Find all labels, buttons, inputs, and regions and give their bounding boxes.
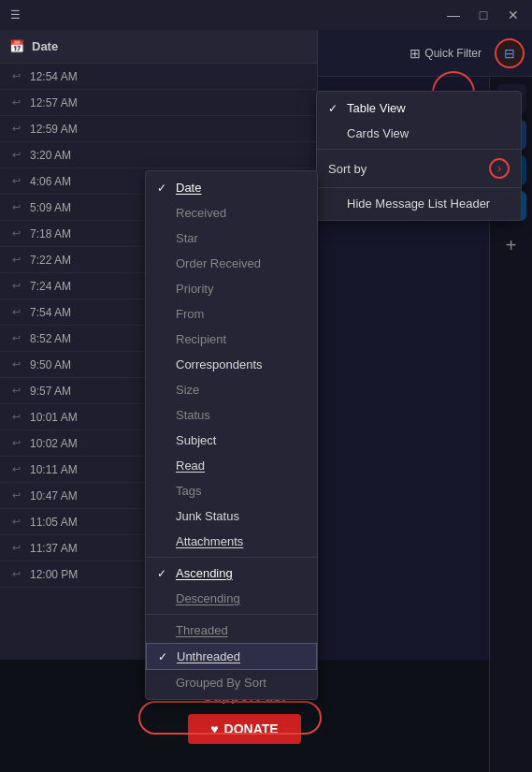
- sort-threaded-label: Threaded: [176, 623, 228, 637]
- sort-by-menu-item[interactable]: Sort by ›: [317, 153, 521, 184]
- view-context-menu: ✓ Table View Cards View Sort by › Hide M…: [316, 91, 522, 221]
- email-list-date-header: Date: [32, 39, 58, 53]
- cards-view-menu-item[interactable]: Cards View: [317, 121, 521, 146]
- email-row[interactable]: ↩3:20 AM: [0, 142, 317, 168]
- sort-by-arrow-icon: ›: [489, 158, 510, 179]
- email-icon: ↩: [9, 516, 22, 529]
- checkmark-icon: ✓: [157, 182, 172, 195]
- sort-attachments-label: Attachments: [176, 534, 243, 548]
- email-row[interactable]: ↩12:57 AM: [0, 90, 317, 116]
- email-icon: ↩: [9, 332, 22, 345]
- sort-date-label: Date: [176, 181, 201, 195]
- checkmark-icon: ✓: [158, 650, 173, 663]
- sort-star-label: Star: [176, 231, 198, 245]
- email-icon: ↩: [9, 385, 22, 398]
- sort-received-item[interactable]: Received: [146, 200, 317, 226]
- table-view-label: Table View: [347, 101, 406, 115]
- quick-filter-button[interactable]: ⊞ Quick Filter: [402, 42, 489, 65]
- sort-status-item[interactable]: Status: [146, 402, 317, 428]
- email-row[interactable]: ↩12:54 AM: [0, 64, 317, 90]
- checkmark-icon: ✓: [328, 102, 343, 115]
- sort-threaded-item[interactable]: Threaded: [146, 618, 317, 643]
- sort-tags-item[interactable]: Tags: [146, 478, 317, 503]
- quick-filter-label: Quick Filter: [424, 47, 482, 60]
- menu-separator-thread: [146, 614, 317, 615]
- sort-grouped-by-sort-label: Grouped By Sort: [176, 676, 266, 690]
- sort-received-label: Received: [176, 206, 226, 220]
- sort-priority-item[interactable]: Priority: [146, 276, 317, 301]
- minimize-button[interactable]: —: [442, 4, 465, 26]
- main-layout: 📅 Date ↩12:54 AM ↩12:57 AM ↩12:59 AM ↩3:…: [0, 30, 532, 772]
- sort-descending-label: Descending: [176, 591, 240, 605]
- table-view-menu-item[interactable]: ✓ Table View: [317, 95, 521, 121]
- layout-filter-button[interactable]: ⊟: [495, 38, 525, 68]
- email-icon: ↩: [9, 489, 22, 503]
- email-icon: ↩: [9, 568, 22, 581]
- sort-star-item[interactable]: Star: [146, 226, 317, 251]
- email-icon: ↩: [9, 411, 22, 424]
- sort-size-label: Size: [176, 383, 199, 397]
- filter-lines-icon: ⊞: [410, 46, 421, 61]
- email-icon: ↩: [9, 358, 22, 371]
- sort-subject-item[interactable]: Subject: [146, 428, 317, 453]
- hide-header-label: Hide Message List Header: [347, 197, 490, 211]
- sort-ascending-item[interactable]: ✓ Ascending: [146, 561, 317, 586]
- email-icon: ↩: [9, 123, 22, 136]
- email-icon: ↩: [9, 437, 22, 450]
- email-icon: ↩: [9, 254, 22, 267]
- sort-correspondents-item[interactable]: Correspondents: [146, 352, 317, 377]
- sort-unthreaded-label: Unthreaded: [177, 649, 240, 663]
- email-icon: ↩: [9, 227, 22, 240]
- donate-button[interactable]: ♥ DONATE: [188, 714, 300, 744]
- sort-subject-label: Subject: [176, 433, 216, 447]
- menu-separator-1: [317, 149, 521, 150]
- email-icon: ↩: [9, 463, 22, 476]
- sort-order-received-item[interactable]: Order Received: [146, 251, 317, 276]
- menu-separator-sort: [146, 557, 317, 558]
- sort-from-item[interactable]: From: [146, 301, 317, 327]
- sort-descending-item[interactable]: Descending: [146, 586, 317, 611]
- hide-header-menu-item[interactable]: Hide Message List Header: [317, 191, 521, 216]
- sort-junk-status-label: Junk Status: [176, 509, 239, 523]
- email-icon: ↩: [9, 149, 22, 162]
- cards-view-label: Cards View: [347, 126, 409, 140]
- heart-icon: ♥: [210, 721, 218, 736]
- grid-icon: ⊟: [504, 46, 515, 61]
- menu-separator-2: [317, 187, 521, 188]
- maximize-button[interactable]: □: [472, 4, 495, 26]
- toolbar: ⊞ Quick Filter ⊟: [318, 30, 532, 77]
- sort-from-label: From: [176, 307, 204, 321]
- checkmark-icon: ✓: [157, 567, 172, 580]
- sort-date-item[interactable]: ✓ Date: [146, 175, 317, 200]
- email-icon: ↩: [9, 175, 22, 188]
- sort-grouped-by-sort-item[interactable]: Grouped By Sort: [146, 670, 317, 695]
- sort-order-received-label: Order Received: [176, 256, 261, 270]
- sort-size-item[interactable]: Size: [146, 377, 317, 402]
- sort-priority-label: Priority: [176, 282, 213, 296]
- email-icon: ↩: [9, 306, 22, 319]
- sort-recipient-item[interactable]: Recipient: [146, 327, 317, 352]
- email-icon: ↩: [9, 201, 22, 214]
- email-icon: ↩: [9, 542, 22, 555]
- sort-recipient-label: Recipient: [176, 332, 226, 346]
- hamburger-icon[interactable]: ☰: [7, 7, 22, 22]
- sort-context-menu: ✓ Date Received Star Order Received Prio…: [145, 170, 318, 700]
- donate-label: DONATE: [224, 721, 279, 736]
- plus-icon: +: [506, 235, 517, 256]
- email-icon: ↩: [9, 70, 22, 83]
- sort-read-item[interactable]: Read: [146, 453, 317, 478]
- sort-tags-label: Tags: [176, 484, 201, 498]
- sort-junk-status-item[interactable]: Junk Status: [146, 503, 317, 529]
- close-button[interactable]: ✕: [502, 4, 525, 26]
- sort-unthreaded-item[interactable]: ✓ Unthreaded: [146, 643, 317, 670]
- sort-status-label: Status: [176, 408, 210, 422]
- email-row[interactable]: ↩12:59 AM: [0, 116, 317, 142]
- sort-read-label: Read: [176, 459, 205, 473]
- email-icon: ↩: [9, 96, 22, 109]
- date-header-icon: 📅: [9, 39, 24, 54]
- email-list-header: 📅 Date: [0, 30, 317, 64]
- sort-attachments-item[interactable]: Attachments: [146, 529, 317, 554]
- add-app-button[interactable]: +: [496, 230, 526, 260]
- sort-correspondents-label: Correspondents: [176, 357, 263, 371]
- sort-by-label: Sort by: [328, 162, 367, 176]
